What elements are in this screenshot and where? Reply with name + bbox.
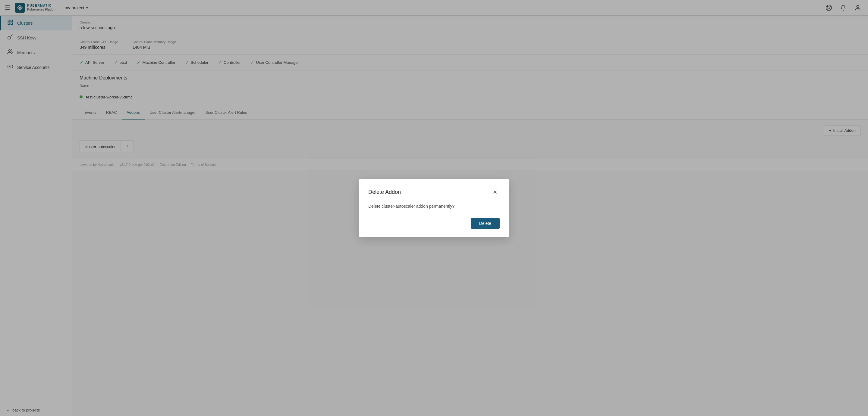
delete-confirm-button[interactable]: Delete	[471, 218, 500, 229]
modal-footer: Delete	[368, 218, 500, 229]
modal-body: Delete cluster-autoscaler addon permanen…	[368, 203, 500, 209]
delete-addon-modal: Delete Addon ✕ Delete cluster-autoscaler…	[359, 179, 509, 237]
modal-title: Delete Addon	[368, 189, 401, 195]
modal-close-button[interactable]: ✕	[490, 187, 500, 197]
modal-overlay[interactable]: Delete Addon ✕ Delete cluster-autoscaler…	[0, 0, 868, 416]
modal-body-text: Delete cluster-autoscaler addon permanen…	[368, 204, 455, 209]
close-icon: ✕	[493, 189, 497, 196]
modal-header: Delete Addon ✕	[368, 187, 500, 197]
